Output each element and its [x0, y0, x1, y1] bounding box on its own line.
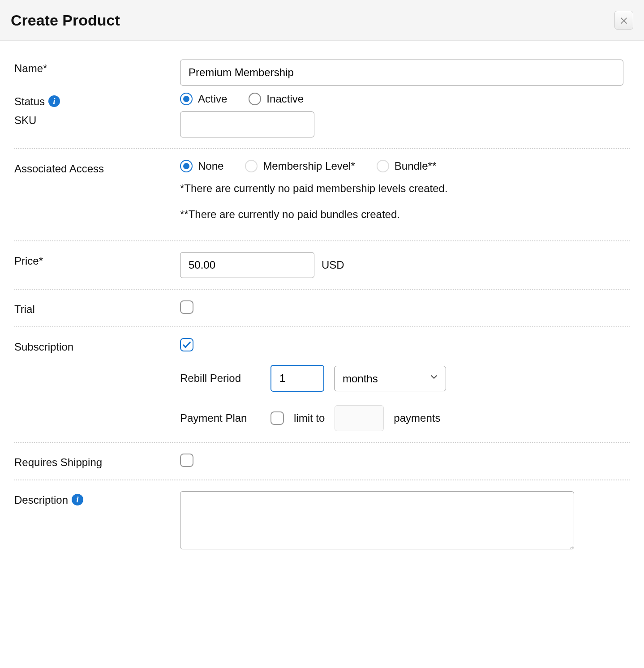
label-trial: Trial — [14, 303, 35, 316]
label-limit-to: limit to — [294, 412, 325, 424]
info-icon[interactable]: i — [72, 494, 83, 505]
row-subscription: Subscription Rebill Period months — [14, 332, 630, 437]
row-name: Name* — [14, 53, 630, 92]
modal-header: Create Product — [0, 0, 644, 41]
label-associated-access: Associated Access — [14, 163, 104, 175]
subscription-checkbox[interactable] — [180, 338, 193, 351]
label-shipping: Requires Shipping — [14, 456, 102, 469]
row-description: Description i — [14, 485, 630, 558]
status-radio-active[interactable] — [180, 93, 193, 105]
access-option-membership: Membership Level* — [263, 160, 355, 172]
shipping-checkbox[interactable] — [180, 454, 193, 467]
trial-checkbox[interactable] — [180, 300, 193, 314]
price-input[interactable] — [180, 252, 314, 278]
divider — [14, 480, 630, 480]
payment-limit-input[interactable] — [335, 405, 384, 431]
label-description: Description — [14, 494, 68, 506]
row-price: Price* USD — [14, 246, 630, 284]
label-subscription: Subscription — [14, 341, 73, 353]
check-icon — [182, 340, 192, 350]
access-radio-bundle[interactable] — [377, 160, 389, 172]
access-radio-none[interactable] — [180, 160, 193, 172]
create-product-modal: Create Product Name* Status i — [0, 0, 644, 567]
close-icon — [619, 15, 629, 25]
currency-label: USD — [322, 259, 344, 271]
info-icon[interactable]: i — [48, 95, 60, 107]
note-membership: *There are currently no paid membership … — [180, 182, 630, 195]
row-payment-plan: Payment Plan limit to payments — [180, 405, 630, 431]
divider — [14, 240, 630, 241]
label-price: Price* — [14, 255, 43, 267]
sku-input[interactable] — [180, 111, 314, 137]
divider — [14, 442, 630, 443]
status-radio-inactive[interactable] — [249, 93, 261, 105]
access-radio-membership[interactable] — [245, 160, 258, 172]
name-input[interactable] — [180, 60, 623, 86]
divider — [14, 148, 630, 149]
modal-body: Name* Status i Active Ina — [0, 41, 644, 567]
label-payment-plan: Payment Plan — [180, 412, 261, 424]
status-option-active: Active — [198, 93, 227, 105]
divider — [14, 326, 630, 327]
label-sku: SKU — [14, 114, 36, 127]
close-button[interactable] — [614, 11, 633, 30]
row-rebill: Rebill Period months — [180, 365, 630, 392]
description-textarea[interactable] — [180, 491, 574, 549]
access-option-bundle: Bundle** — [395, 160, 436, 172]
row-shipping: Requires Shipping — [14, 447, 630, 475]
label-payments: payments — [394, 412, 440, 424]
rebill-count-input[interactable] — [270, 365, 324, 392]
status-option-inactive: Inactive — [266, 93, 304, 105]
label-rebill: Rebill Period — [180, 372, 261, 385]
modal-title: Create Product — [11, 12, 120, 29]
row-associated-access: Associated Access None Membership Level*… — [14, 154, 630, 236]
payment-plan-checkbox[interactable] — [270, 411, 284, 425]
row-status: Status i Active Inactive — [14, 92, 630, 109]
label-name: Name* — [14, 62, 47, 75]
row-trial: Trial — [14, 294, 630, 322]
rebill-unit-select[interactable]: months — [334, 366, 446, 391]
access-option-none: None — [198, 160, 223, 172]
row-sku: SKU — [14, 109, 630, 144]
divider — [14, 289, 630, 290]
note-bundle: **There are currently no paid bundles cr… — [180, 208, 630, 221]
label-status: Status — [14, 95, 45, 108]
